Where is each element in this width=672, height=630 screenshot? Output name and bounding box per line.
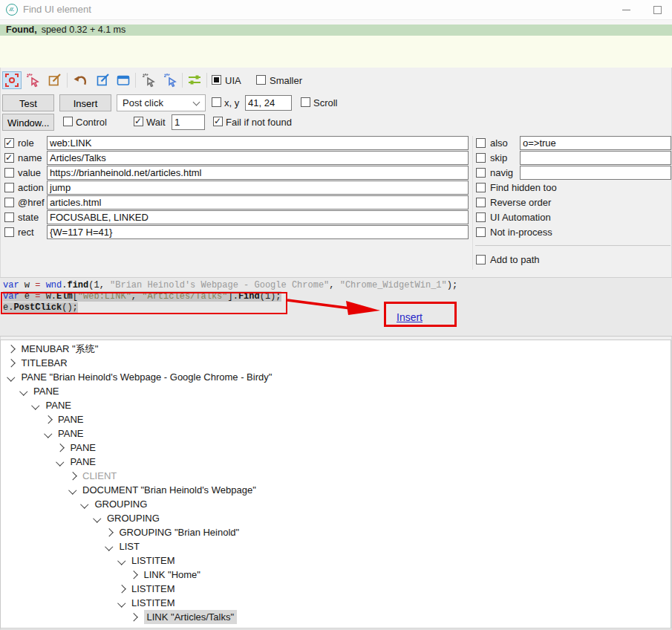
wait-checkbox[interactable] [134,117,143,126]
tree-item[interactable]: LISTITEM [1,596,671,610]
role-checkbox[interactable] [4,138,14,148]
href-checkbox[interactable] [4,198,14,207]
state-checkbox[interactable] [4,212,14,222]
control-checkbox[interactable] [63,117,73,126]
chevron-right-icon[interactable] [129,571,137,579]
chevron-down-icon[interactable] [56,458,64,466]
tree-item[interactable]: PANE [1,384,671,398]
action-checkbox[interactable] [4,183,14,192]
chevron-down-icon[interactable] [31,401,39,409]
undo-icon[interactable] [71,71,91,89]
role-input[interactable] [47,136,469,150]
chevron-right-icon[interactable] [56,444,64,452]
toolbar-separator [135,73,136,88]
pick-element-red-icon[interactable] [24,71,43,89]
name-input[interactable] [47,151,469,165]
select-window-icon[interactable] [114,71,133,89]
xy-label: x, y [224,97,239,108]
window-button[interactable]: Window... [2,114,54,131]
chevron-right-icon[interactable] [105,528,113,536]
tree-item[interactable]: DOCUMENT "Brian Heinold's Webpage" [1,483,671,497]
chevron-right-icon[interactable] [7,345,15,353]
chevron-right-icon[interactable] [117,585,125,593]
skip-checkbox[interactable] [476,153,486,163]
test-button[interactable]: Test [2,94,54,111]
skip-input[interactable] [520,151,671,165]
tree-item[interactable]: LISTITEM [1,553,671,568]
status-bar: Found,speed 0.32 + 4.1 ms [0,25,672,36]
chevron-down-icon[interactable] [105,542,113,551]
rect-checkbox[interactable] [4,227,14,237]
smaller-checkbox[interactable] [256,75,266,85]
tree-item[interactable]: LINK "Articles/Talks" [1,610,671,624]
chevron-down-icon[interactable] [93,514,101,522]
xy-checkbox[interactable] [212,97,221,107]
element-tree[interactable]: MENUBAR "系统"TITLEBARPANE "Brian Heinold'… [0,340,671,629]
value-checkbox[interactable] [4,168,14,178]
edit-code-blue-icon[interactable] [94,71,113,89]
insert-annotation-box: Insert [384,302,457,327]
also-checkbox[interactable] [476,138,486,148]
tree-item[interactable]: PANE [1,441,671,455]
minimize-button[interactable] [615,0,637,19]
ui-automation-checkbox[interactable] [476,212,486,222]
maximize-button[interactable] [646,0,668,19]
tree-item[interactable]: GROUPING "Brian Heinold" [1,525,671,539]
tree-item[interactable]: PANE [1,426,671,441]
xy-input[interactable] [245,95,292,111]
filter-options-green-icon[interactable] [185,71,204,89]
tree-item[interactable]: GROUPING [1,511,671,525]
chevron-right-icon[interactable] [129,613,137,621]
not-in-process-checkbox[interactable] [476,227,486,237]
action-input[interactable] [47,181,469,195]
find-hidden-too-checkbox[interactable] [476,183,486,192]
also-input[interactable] [520,136,671,150]
edit-selector-orange-icon[interactable] [45,71,65,89]
chevron-right-icon[interactable] [44,415,52,423]
chevron-down-icon[interactable] [7,373,15,381]
spy-cursor-gray-icon[interactable] [140,71,159,89]
navig-label: navig [490,167,513,178]
tree-item[interactable]: PANE "Brian Heinold's Webpage - Google C… [1,370,671,384]
options-flag-row: UI Automation [472,210,672,225]
chevron-down-icon[interactable] [117,599,125,607]
insert-button[interactable]: Insert [59,94,111,111]
value-input[interactable] [47,166,469,180]
navig-checkbox[interactable] [476,168,486,178]
click-mode-dropdown[interactable]: Post click [117,94,206,111]
chevron-down-icon[interactable] [19,387,27,395]
role-label: role [18,137,34,149]
uia-checkbox[interactable] [212,75,221,85]
spy-cursor-blue-icon[interactable] [161,71,180,89]
tree-item[interactable]: LINK "Home" [1,568,671,582]
tree-item[interactable]: TITLEBAR [1,356,671,370]
navig-input[interactable] [520,166,671,180]
state-input[interactable] [47,210,469,224]
rect-input[interactable] [47,225,469,239]
name-checkbox[interactable] [4,153,14,163]
tree-item[interactable]: PANE [1,398,671,412]
href-input[interactable] [47,195,469,210]
scroll-checkbox[interactable] [301,97,310,107]
chevron-down-icon[interactable] [44,429,52,438]
tree-item[interactable]: LISTITEM [1,582,671,596]
reverse-order-checkbox[interactable] [476,198,486,207]
tree-item-label: GROUPING [95,497,148,511]
tree-item[interactable]: LIST [1,539,671,553]
fail-if-not-found-checkbox[interactable] [213,117,223,126]
chevron-right-icon[interactable] [7,359,15,367]
wait-input[interactable] [172,114,205,130]
chevron-down-icon[interactable] [68,486,76,494]
tree-item[interactable]: PANE [1,412,671,426]
chevron-down-icon[interactable] [117,556,125,565]
capture-element-target-icon[interactable] [2,71,22,89]
chevron-right-icon[interactable] [68,472,76,480]
tree-item[interactable]: PANE [1,455,671,469]
name-label: name [18,152,42,163]
tree-item-label: MENUBAR "系统" [22,342,99,356]
chevron-down-icon[interactable] [80,500,88,508]
tree-item[interactable]: MENUBAR "系统" [1,342,671,356]
add-to-path-checkbox[interactable] [476,255,486,264]
tree-item[interactable]: GROUPING [1,497,671,511]
tree-item[interactable]: CLIENT [1,469,671,483]
